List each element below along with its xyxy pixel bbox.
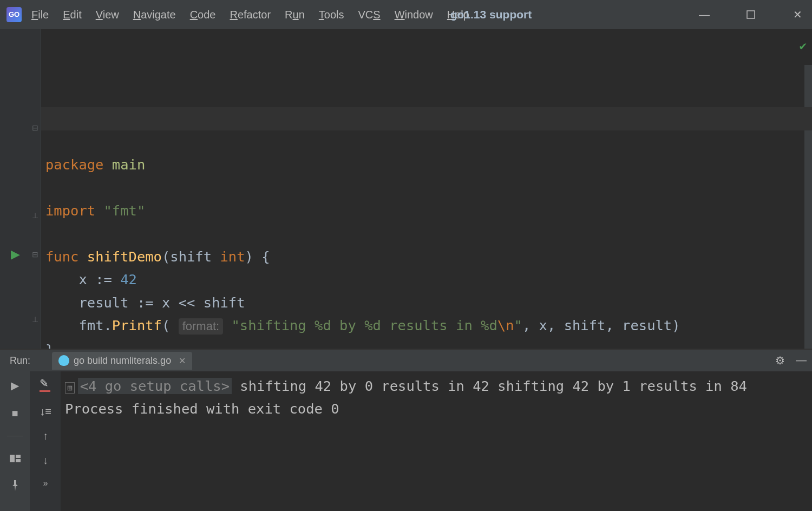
- editor-gutter[interactable]: ▶ ⊟ ⊥ ⊟ ⊥: [0, 29, 41, 349]
- separator: [7, 436, 23, 436]
- hide-panel-icon[interactable]: —: [796, 354, 807, 367]
- menu-edit[interactable]: Edit: [63, 9, 81, 21]
- inlay-hint: format:: [179, 318, 223, 335]
- expand-icon[interactable]: »: [43, 479, 48, 488]
- string-lit-end: ": [514, 317, 522, 333]
- func-name: shiftDemo: [87, 248, 162, 265]
- minimize-button[interactable]: —: [696, 8, 712, 21]
- import-path: "fmt": [103, 202, 145, 219]
- app-icon: GO: [6, 7, 22, 22]
- run-panel-header: Run: go build numliterals.go ✕ ⚙ —: [0, 350, 812, 371]
- output-line: shifting 42 by 1 results in 84: [497, 378, 747, 394]
- ref-shift: shift: [204, 294, 245, 311]
- main-menu: File Edit View Navigate Code Refactor Ru…: [31, 9, 469, 21]
- run-config-tab[interactable]: go build numliterals.go ✕: [52, 352, 192, 370]
- literal: 42: [120, 271, 137, 287]
- menu-run[interactable]: Run: [285, 9, 305, 21]
- run-panel-body: ▶ ■ ↓≡ ↑ ↓ » ⊞<4 go setup calls> shiftin…: [0, 371, 812, 511]
- op-shift: <<: [179, 294, 195, 311]
- maximize-button[interactable]: [743, 8, 759, 21]
- svg-rect-3: [16, 459, 21, 462]
- fold-marker[interactable]: ⊟: [32, 250, 38, 259]
- menu-file[interactable]: File: [31, 9, 49, 21]
- gear-icon[interactable]: ⚙: [775, 354, 785, 367]
- run-toolbar-inner: ↓≡ ↑ ↓ »: [30, 371, 61, 511]
- scroll-down-icon[interactable]: ↓: [43, 454, 48, 467]
- project-title: go1.13 support: [450, 8, 532, 21]
- output-line: shifting 42 by 0 results in 42: [240, 378, 489, 394]
- stop-icon[interactable]: ■: [9, 407, 22, 420]
- op: :=: [95, 271, 112, 287]
- run-panel: Run: go build numliterals.go ✕ ⚙ — ▶ ■ ↓…: [0, 349, 812, 511]
- run-tab-label: go build numliterals.go: [74, 355, 171, 366]
- op: :=: [137, 294, 154, 311]
- menu-navigate[interactable]: Navigate: [133, 9, 176, 21]
- app-badge: GO: [9, 10, 19, 18]
- kw-func: func: [45, 248, 78, 265]
- exit-line: Process finished with exit code 0: [65, 401, 339, 417]
- menu-code[interactable]: Code: [190, 9, 216, 21]
- svg-rect-1: [10, 455, 15, 462]
- code-content: package main import "fmt" func shiftDemo…: [45, 153, 812, 349]
- call-printf: Printf: [112, 317, 162, 333]
- fold-marker[interactable]: ⊟: [32, 123, 38, 132]
- code-editor[interactable]: ✔ package main import "fmt" func shiftDe…: [41, 29, 812, 349]
- inspection-ok-icon[interactable]: ✔: [800, 35, 807, 58]
- menu-vcs[interactable]: VCS: [358, 9, 381, 21]
- pkg-name: main: [112, 156, 145, 173]
- escape: \n: [497, 317, 514, 333]
- run-toolbar-left: ▶ ■: [0, 371, 30, 511]
- type: int: [220, 248, 245, 265]
- run-panel-controls: ⚙ —: [775, 354, 807, 367]
- var-x: x: [78, 271, 87, 287]
- kw-package: package: [45, 156, 103, 173]
- layout-icon[interactable]: [9, 453, 22, 465]
- menu-tools[interactable]: Tools: [319, 9, 344, 21]
- ref-x: x: [162, 294, 170, 311]
- rerun-icon[interactable]: ▶: [9, 379, 22, 392]
- window-controls: — ✕: [696, 8, 806, 21]
- close-tab-icon[interactable]: ✕: [179, 356, 186, 366]
- scroll-up-icon[interactable]: ↑: [43, 430, 48, 442]
- gopher-icon: [58, 355, 69, 366]
- args: , x, shift, result): [522, 317, 680, 333]
- fold-end-marker[interactable]: ⊥: [32, 211, 38, 220]
- run-panel-label: Run:: [10, 355, 30, 366]
- svg-rect-0: [747, 11, 755, 18]
- string-lit: "shifting %d by %d results in %d: [232, 317, 497, 333]
- pin-icon[interactable]: [9, 480, 22, 494]
- kw-import: import: [45, 202, 95, 219]
- menu-view[interactable]: View: [96, 9, 119, 21]
- var-result: result: [78, 294, 128, 311]
- menu-refactor[interactable]: Refactor: [230, 9, 271, 21]
- fold-expand-icon[interactable]: ⊞: [65, 382, 75, 394]
- close-button[interactable]: ✕: [789, 8, 806, 21]
- svg-rect-2: [16, 455, 21, 458]
- pkg-fmt: fmt: [78, 317, 103, 333]
- titlebar: GO File Edit View Navigate Code Refactor…: [0, 0, 812, 29]
- param: shift: [170, 248, 212, 265]
- edit-icon[interactable]: [40, 379, 51, 394]
- fold-end-marker[interactable]: ⊥: [32, 315, 38, 324]
- menu-window[interactable]: Window: [395, 9, 433, 21]
- folded-calls[interactable]: <4 go setup calls>: [78, 378, 232, 394]
- current-line-highlight: [41, 107, 812, 130]
- console-output[interactable]: ⊞<4 go setup calls> shifting 42 by 0 res…: [61, 371, 812, 511]
- soft-wrap-icon[interactable]: ↓≡: [40, 405, 51, 418]
- editor-area: ▶ ⊟ ⊥ ⊟ ⊥ ✔ package main import "fmt" fu…: [0, 29, 812, 349]
- run-gutter-icon[interactable]: ▶: [11, 247, 20, 261]
